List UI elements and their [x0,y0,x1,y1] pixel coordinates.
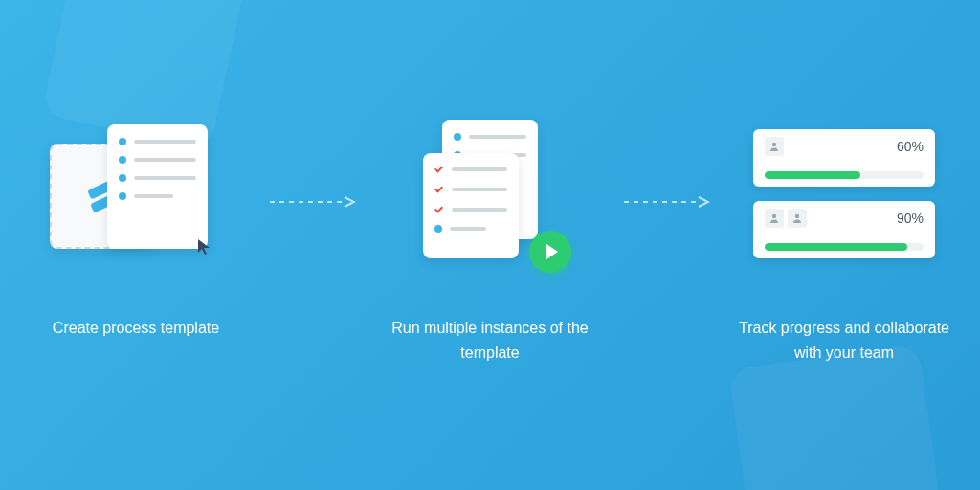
document-front-card [423,153,519,258]
progress-card: 90% [753,201,935,258]
svg-point-3 [772,214,776,218]
play-button-icon [529,231,571,273]
bullet-icon [119,138,126,145]
check-icon [434,205,444,214]
document-card [107,124,208,249]
background-shape [728,344,945,490]
illustration-track: 60% 90% [748,129,940,273]
avatar-icon [765,209,784,228]
progress-bar [765,243,924,251]
progress-fill [765,243,907,251]
arrow-icon [624,196,710,208]
bullet-icon [434,225,442,233]
check-icon [434,165,444,174]
avatars-group [765,209,807,228]
progress-fill [765,171,860,179]
avatars-group [765,137,784,156]
illustration-create [40,129,232,273]
step-track-progress: 60% 90% Track progress and collaborate w… [729,129,959,365]
steps-container: Create process template Run multiple ins… [0,0,980,365]
cursor-icon [196,237,215,256]
progress-bar [765,171,924,179]
avatar-icon [788,209,807,228]
svg-point-4 [795,214,799,218]
svg-point-2 [772,143,776,146]
progress-percent: 60% [897,139,924,154]
progress-card: 60% [753,129,935,187]
progress-percent: 90% [897,211,924,226]
bullet-icon [119,156,126,164]
step-caption: Create process template [53,316,219,341]
illustration-run [394,129,586,273]
bullet-icon [119,174,126,182]
check-icon [434,185,444,194]
arrow-icon [270,196,356,208]
step-caption: Run multiple instances of the template [375,316,605,365]
avatar-icon [765,137,784,156]
bullet-icon [454,133,461,141]
step-caption: Track progress and collaborate with your… [729,316,959,365]
step-create-template: Create process template [21,129,251,341]
step-run-instances: Run multiple instances of the template [375,129,605,365]
bullet-icon [119,192,126,200]
